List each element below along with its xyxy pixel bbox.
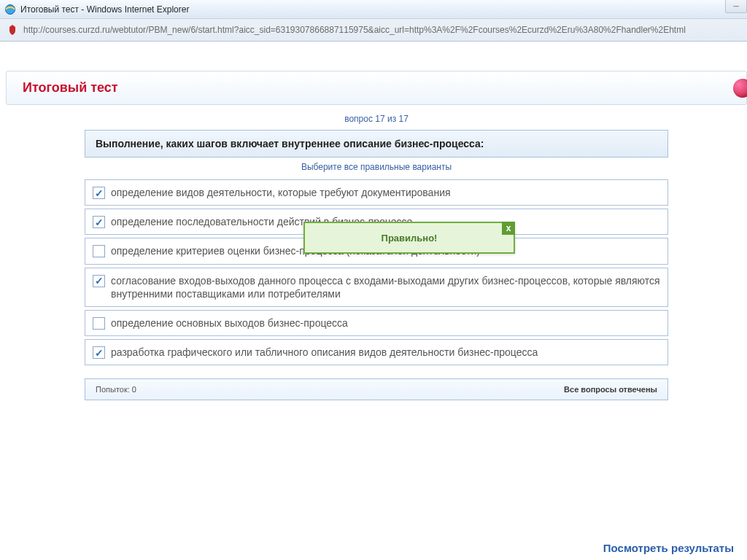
svg-point-0 xyxy=(6,4,15,14)
answer-text: согласование входов-выходов данного проц… xyxy=(111,274,660,300)
checkbox-icon[interactable] xyxy=(93,216,105,228)
answer-text: определение основных выходов бизнес-проц… xyxy=(111,316,348,330)
answer-text: определение видов деятельности, которые … xyxy=(111,186,451,199)
answer-text: разработка графического или табличного о… xyxy=(111,346,538,359)
quiz-status: Все вопросы отвечены xyxy=(564,385,657,394)
answer-option[interactable]: разработка графического или табличного о… xyxy=(85,339,668,365)
page-title: Итоговый тест xyxy=(23,80,730,96)
answers-list: определение видов деятельности, которые … xyxy=(85,179,668,365)
answer-option[interactable]: определение видов деятельности, которые … xyxy=(85,179,668,206)
ie-icon xyxy=(4,4,16,15)
view-results-link[interactable]: Посмотреть результаты xyxy=(603,542,734,554)
logo-circle xyxy=(733,79,747,98)
checkbox-icon[interactable] xyxy=(93,317,105,330)
page-header: Итоговый тест xyxy=(6,71,747,105)
quiz-footer: Попыток: 0 Все вопросы отвечены xyxy=(85,378,668,400)
checkbox-icon[interactable] xyxy=(93,346,105,359)
question-instruction: Выберите все правильные варианты xyxy=(85,162,668,172)
checkbox-icon[interactable] xyxy=(93,275,105,287)
site-icon xyxy=(6,23,19,36)
window-minimize-button[interactable]: ─ xyxy=(725,0,747,13)
question-text: Выполнение, каких шагов включает внутрен… xyxy=(85,130,668,158)
browser-chrome: Итоговый тест - Windows Internet Explore… xyxy=(0,0,747,42)
answer-option[interactable]: определение основных выходов бизнес-проц… xyxy=(85,310,668,336)
window-title: Итоговый тест - Windows Internet Explore… xyxy=(20,4,189,15)
question-progress: вопрос 17 из 17 xyxy=(85,114,668,124)
close-icon[interactable]: x xyxy=(502,222,515,235)
window-buttons: ─ xyxy=(724,0,747,13)
address-bar: http://courses.curzd.ru/webtutor/PBM_new… xyxy=(0,19,747,41)
address-url[interactable]: http://courses.curzd.ru/webtutor/PBM_new… xyxy=(23,25,743,35)
checkbox-icon[interactable] xyxy=(93,187,105,199)
attempts-label: Попыток: 0 xyxy=(96,385,136,394)
page-content: Итоговый тест вопрос 17 из 17 Выполнение… xyxy=(0,42,747,400)
checkbox-icon[interactable] xyxy=(93,245,105,257)
feedback-popup: Правильно! x xyxy=(303,222,515,254)
answer-option[interactable]: согласование входов-выходов данного проц… xyxy=(85,268,668,307)
feedback-text: Правильно! xyxy=(382,233,438,244)
quiz-container: вопрос 17 из 17 Выполнение, каких шагов … xyxy=(85,114,668,400)
window-titlebar: Итоговый тест - Windows Internet Explore… xyxy=(0,0,747,19)
